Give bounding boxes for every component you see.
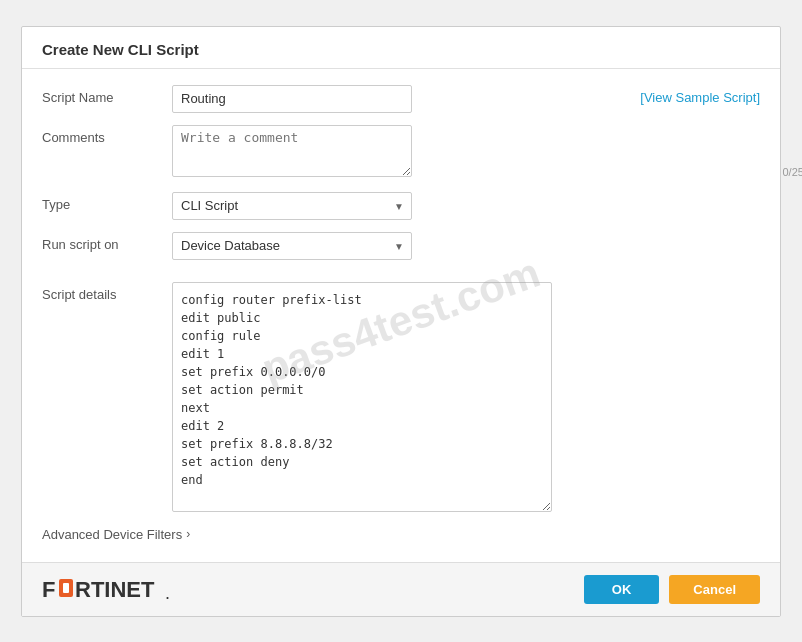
svg-text:RTINET: RTINET [75,577,155,602]
type-label: Type [42,192,172,212]
advanced-chevron: › [186,527,190,541]
run-script-label: Run script on [42,232,172,252]
comments-char-count: 0/255 [782,166,802,178]
view-sample-link[interactable]: [View Sample Script] [640,85,760,105]
dialog-title: Create New CLI Script [22,27,780,69]
svg-rect-2 [63,583,69,593]
svg-text:F: F [42,577,55,602]
comments-label: Comments [42,125,172,145]
script-details-label: Script details [42,282,172,302]
advanced-device-filters[interactable]: Advanced Device Filters › [42,527,760,542]
type-select[interactable]: CLI Script TCL Script [172,192,412,220]
advanced-label: Advanced Device Filters [42,527,182,542]
ok-button[interactable]: OK [584,575,660,604]
comments-input[interactable] [172,125,412,177]
fortinet-logo: F RTINET . [42,575,172,603]
cancel-button[interactable]: Cancel [669,575,760,604]
script-name-label: Script Name [42,85,172,105]
script-details-input[interactable]: config router prefix-list edit public co… [172,282,552,512]
svg-text:.: . [165,583,170,603]
run-script-select[interactable]: Device Database Remote FortiGate Directl… [172,232,412,260]
script-name-input[interactable] [172,85,412,113]
